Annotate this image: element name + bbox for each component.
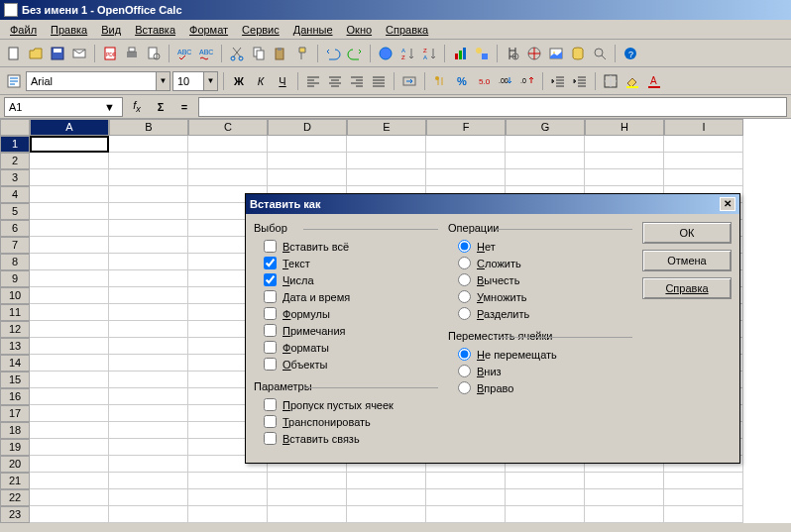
chart-button[interactable] xyxy=(450,44,470,63)
merge-button[interactable] xyxy=(399,71,419,91)
cell[interactable] xyxy=(30,405,109,422)
navigator-button[interactable] xyxy=(524,44,544,63)
font-size-input[interactable] xyxy=(173,75,203,87)
equals-button[interactable]: = xyxy=(174,97,194,117)
column-header[interactable]: G xyxy=(506,119,585,136)
align-left-button[interactable] xyxy=(303,71,323,91)
cell[interactable] xyxy=(109,304,188,321)
radio-input[interactable] xyxy=(458,307,471,320)
cell[interactable] xyxy=(268,169,347,186)
checkbox-input[interactable] xyxy=(264,341,277,354)
cell[interactable] xyxy=(30,153,109,169)
radio-input[interactable] xyxy=(458,240,471,253)
cell[interactable] xyxy=(188,153,268,169)
cell[interactable] xyxy=(426,473,506,489)
cell[interactable] xyxy=(506,136,585,153)
column-header[interactable]: D xyxy=(268,119,347,136)
row-header[interactable]: 20 xyxy=(0,456,30,473)
checkbox-input[interactable] xyxy=(264,358,277,371)
align-justify-button[interactable] xyxy=(369,71,389,91)
redo-button[interactable] xyxy=(345,44,365,63)
function-wizard-button[interactable]: fx xyxy=(127,97,147,117)
cell[interactable] xyxy=(268,489,347,506)
cell[interactable] xyxy=(30,372,109,388)
checkbox-input[interactable] xyxy=(264,324,277,337)
checkbox-input[interactable] xyxy=(264,290,277,303)
cell[interactable] xyxy=(109,473,188,489)
radio-input[interactable] xyxy=(458,257,471,269)
font-size-dropdown[interactable]: ▼ xyxy=(172,71,218,91)
cell[interactable] xyxy=(506,169,585,186)
column-header[interactable]: F xyxy=(426,119,506,136)
row-header[interactable]: 18 xyxy=(0,422,30,439)
cell[interactable] xyxy=(109,136,188,153)
cell[interactable] xyxy=(30,473,109,489)
styles-button[interactable] xyxy=(4,71,24,91)
cell[interactable] xyxy=(585,506,664,523)
find-button[interactable] xyxy=(503,44,522,63)
cell[interactable] xyxy=(109,254,188,270)
font-name-input[interactable] xyxy=(27,75,156,87)
percent-button[interactable]: % xyxy=(452,71,472,91)
cell[interactable] xyxy=(109,270,188,287)
row-header[interactable]: 12 xyxy=(0,321,30,338)
cell[interactable] xyxy=(30,355,109,372)
select-all-corner[interactable] xyxy=(0,119,30,136)
cancel-button[interactable]: Отмена xyxy=(642,250,732,271)
row-header[interactable]: 6 xyxy=(0,220,30,237)
cell[interactable] xyxy=(188,169,268,186)
cell[interactable] xyxy=(30,489,109,506)
cell[interactable] xyxy=(109,153,188,169)
checkbox-input[interactable] xyxy=(264,257,277,269)
datasource-button[interactable] xyxy=(568,44,588,63)
spellcheck-button[interactable]: ABC xyxy=(174,44,194,63)
cell[interactable] xyxy=(585,169,664,186)
checkbox-input[interactable] xyxy=(264,240,277,253)
cell[interactable] xyxy=(30,456,109,473)
menu-view[interactable]: Вид xyxy=(95,22,127,38)
cell[interactable] xyxy=(506,506,585,523)
cell[interactable] xyxy=(30,321,109,338)
gallery-button[interactable] xyxy=(546,44,566,63)
chevron-down-icon[interactable]: ▼ xyxy=(104,101,115,113)
row-header[interactable]: 16 xyxy=(0,388,30,405)
paste-button[interactable] xyxy=(271,44,290,63)
menu-file[interactable]: Файл xyxy=(4,22,43,38)
row-header[interactable]: 13 xyxy=(0,338,30,355)
preview-button[interactable] xyxy=(144,44,164,63)
checkbox-input[interactable] xyxy=(264,273,277,286)
cell[interactable] xyxy=(664,136,743,153)
cell[interactable] xyxy=(109,489,188,506)
menu-data[interactable]: Данные xyxy=(287,22,339,38)
cell[interactable] xyxy=(347,136,426,153)
show-draw-button[interactable] xyxy=(472,44,492,63)
cell[interactable] xyxy=(30,287,109,304)
cell[interactable] xyxy=(109,287,188,304)
bgcolor-button[interactable] xyxy=(622,71,642,91)
checkbox-input[interactable] xyxy=(264,415,277,428)
row-header[interactable]: 4 xyxy=(0,186,30,203)
cell[interactable] xyxy=(109,422,188,439)
cell[interactable] xyxy=(109,372,188,388)
cell[interactable] xyxy=(585,489,664,506)
align-right-button[interactable] xyxy=(347,71,367,91)
email-button[interactable] xyxy=(69,44,89,63)
cell[interactable] xyxy=(109,456,188,473)
font-name-dropdown[interactable]: ▼ xyxy=(26,71,170,91)
cell[interactable] xyxy=(109,439,188,456)
column-header[interactable]: A xyxy=(30,119,109,136)
cell[interactable] xyxy=(506,153,585,169)
help-button[interactable]: ? xyxy=(621,44,640,63)
row-header[interactable]: 23 xyxy=(0,506,30,523)
copy-button[interactable] xyxy=(249,44,269,63)
dialog-titlebar[interactable]: Вставить как ✕ xyxy=(246,194,739,214)
chevron-down-icon[interactable]: ▼ xyxy=(203,72,217,90)
cut-button[interactable] xyxy=(227,44,247,63)
hyperlink-button[interactable] xyxy=(376,44,396,63)
cell[interactable] xyxy=(585,153,664,169)
menu-help[interactable]: Справка xyxy=(380,22,434,38)
row-header[interactable]: 22 xyxy=(0,489,30,506)
cell[interactable] xyxy=(268,506,347,523)
remove-decimal-button[interactable]: .0 xyxy=(517,71,537,91)
row-header[interactable]: 21 xyxy=(0,473,30,489)
